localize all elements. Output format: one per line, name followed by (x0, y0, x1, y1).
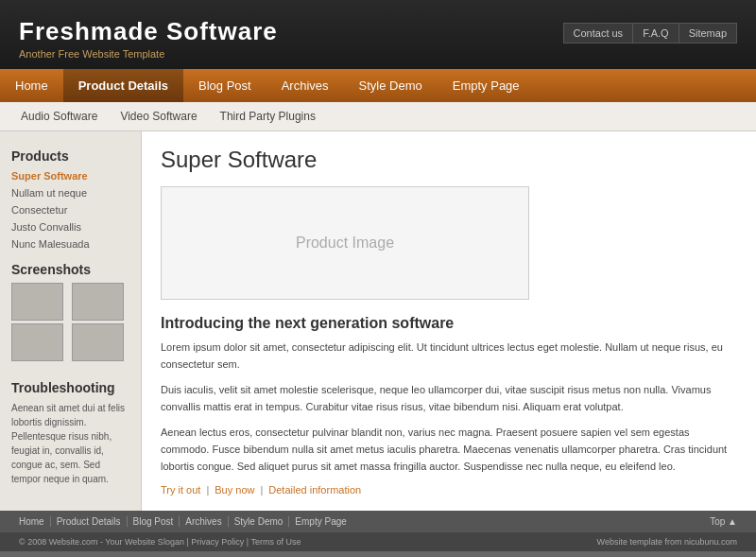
troubleshooting-title: Troubleshooting (11, 380, 129, 395)
nav-blog-post[interactable]: Blog Post (183, 69, 266, 102)
subnav: Audio Software Video Software Third Part… (0, 102, 756, 131)
content-para-1: Lorem ipsum dolor sit amet, consectetur … (161, 339, 737, 373)
sidebar-link-consectetur[interactable]: Consectetur (0, 201, 141, 218)
subnav-third-party[interactable]: Third Party Plugins (209, 102, 327, 131)
footer-nav: Home Product Details Blog Post Archives … (0, 511, 756, 532)
sitemap-link[interactable]: Sitemap (679, 23, 737, 44)
footer-link-product-details[interactable]: Product Details (51, 516, 128, 527)
screenshot-4[interactable] (72, 323, 124, 361)
screenshot-3[interactable] (11, 323, 63, 361)
header-links: Contact us F.A.Q Sitemap (563, 23, 737, 44)
nav-home[interactable]: Home (0, 69, 63, 102)
content-section-title: Introducing the next generation software (161, 315, 737, 332)
footer-link-home[interactable]: Home (19, 516, 51, 527)
sidebar-link-nunc[interactable]: Nunc Malesuada (0, 235, 141, 252)
footer-link-archives[interactable]: Archives (180, 516, 228, 527)
footer-link-style-demo[interactable]: Style Demo (229, 516, 290, 527)
product-image: Product Image (161, 186, 529, 300)
nav-empty-page[interactable]: Empty Page (438, 69, 535, 102)
site-branding: Freshmade Software Another Free Website … (19, 17, 278, 60)
content-links: Try it out | Buy now | Detailed informat… (161, 484, 737, 496)
content-area: Super Software Product Image Introducing… (142, 131, 756, 511)
subnav-audio[interactable]: Audio Software (9, 102, 109, 131)
footer-nav-links: Home Product Details Blog Post Archives … (19, 516, 352, 527)
screenshots-grid (11, 283, 129, 361)
troubleshooting-text: Aenean sit amet dui at felis lobortis di… (11, 401, 129, 486)
site-subtitle: Another Free Website Template (19, 48, 278, 60)
subnav-video[interactable]: Video Software (109, 102, 208, 131)
link-sep-1: | (206, 484, 209, 496)
sidebar-link-super-software[interactable]: Super Software (0, 167, 141, 184)
footer-copy-left: © 2008 Website.com - Your Website Slogan… (19, 537, 301, 547)
site-title: Freshmade Software (19, 17, 278, 46)
buy-now-link[interactable]: Buy now (215, 484, 254, 496)
nav-archives[interactable]: Archives (266, 69, 344, 102)
footer-bottom: © 2008 Website.com - Your Website Slogan… (0, 532, 756, 551)
nav-style-demo[interactable]: Style Demo (344, 69, 438, 102)
sidebar-link-nullam[interactable]: Nullam ut neque (0, 184, 141, 201)
footer-link-empty-page[interactable]: Empty Page (289, 516, 352, 527)
detailed-info-link[interactable]: Detailed information (268, 484, 361, 496)
main-wrapper: Products Super Software Nullam ut neque … (0, 131, 756, 511)
footer-link-blog-post[interactable]: Blog Post (128, 516, 180, 527)
screenshots-section: Screenshots (0, 252, 141, 371)
header: Freshmade Software Another Free Website … (0, 0, 756, 69)
troubleshooting-section: Troubleshooting Aenean sit amet dui at f… (0, 371, 141, 496)
try-it-out-link[interactable]: Try it out (161, 484, 200, 496)
content-para-3: Aenean lectus eros, consectetur pulvinar… (161, 425, 737, 475)
products-title: Products (0, 141, 141, 167)
nav-product-details[interactable]: Product Details (63, 69, 183, 102)
content-title: Super Software (161, 147, 737, 173)
sidebar-link-justo[interactable]: Justo Convallis (0, 218, 141, 235)
contact-link[interactable]: Contact us (563, 23, 633, 44)
sidebar: Products Super Software Nullam ut neque … (0, 131, 142, 511)
footer-top-link[interactable]: Top ▲ (710, 516, 737, 527)
screenshot-2[interactable] (72, 283, 124, 321)
navbar: Home Product Details Blog Post Archives … (0, 69, 756, 102)
content-para-2: Duis iaculis, velit sit amet molestie sc… (161, 382, 737, 415)
faq-link[interactable]: F.A.Q (632, 23, 679, 44)
screenshot-1[interactable] (11, 283, 63, 321)
footer-copy-right: Website template from nicubunu.com (597, 537, 737, 547)
link-sep-2: | (260, 484, 263, 496)
screenshots-title: Screenshots (11, 262, 129, 277)
